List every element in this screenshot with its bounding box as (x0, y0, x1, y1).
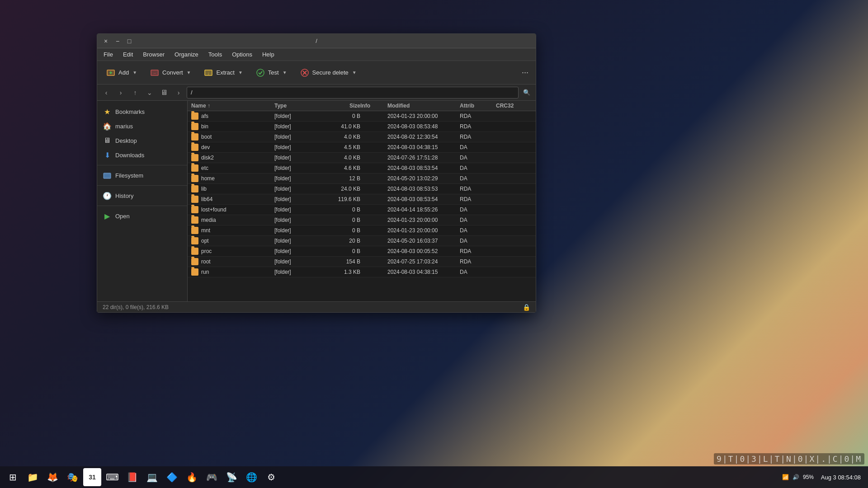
minimize-button[interactable]: − (113, 36, 123, 46)
table-row[interactable]: lib [folder] 24.0 KB 2024-08-03 08:53:53… (188, 184, 536, 194)
sidebar-label-home: marius (115, 123, 133, 130)
table-row[interactable]: dev [folder] 4.5 KB 2024-08-03 04:38:15 … (188, 142, 536, 153)
file-size: 41.0 KB (320, 123, 360, 130)
sidebar-label-filesystem: Filesystem (115, 172, 143, 179)
file-type: [folder] (274, 227, 320, 234)
table-row[interactable]: boot [folder] 4.0 KB 2024-08-02 12:30:54… (188, 132, 536, 142)
table-row[interactable]: mnt [folder] 0 B 2024-01-23 20:00:00 DA (188, 225, 536, 236)
file-attrib: RDA (460, 134, 496, 140)
taskbar-app2[interactable]: 🔥 (183, 468, 201, 486)
file-name: disk2 (201, 155, 214, 161)
sidebar-item-downloads[interactable]: ⬇ Downloads (97, 148, 187, 162)
table-row[interactable]: afs [folder] 0 B 2024-01-23 20:00:00 RDA (188, 111, 536, 122)
file-name-cell: opt (191, 237, 274, 244)
sidebar-item-home[interactable]: 🏠 marius (97, 119, 187, 133)
table-row[interactable]: media [folder] 0 B 2024-01-23 20:00:00 D… (188, 215, 536, 225)
desktop-icon: 🖥 (103, 136, 112, 145)
taskbar-virtualbox[interactable]: 💻 (143, 468, 161, 486)
taskbar-rednotebook[interactable]: 📕 (123, 468, 141, 486)
taskbar-firefox[interactable]: 🦊 (43, 468, 61, 486)
back-button[interactable]: ‹ (100, 86, 113, 99)
sidebar-item-open[interactable]: ▶ Open (97, 209, 187, 223)
file-name: home (201, 175, 215, 182)
file-name-cell: mnt (191, 227, 274, 234)
watermark: 9|T|0|3|L|T|N|0|X|.|C|0|M (714, 453, 864, 465)
menu-organize[interactable]: Organize (170, 50, 203, 59)
menu-edit[interactable]: Edit (118, 50, 137, 59)
table-row[interactable]: lib64 [folder] 119.6 KB 2024-08-03 08:53… (188, 194, 536, 205)
convert-dropdown-arrow[interactable]: ▼ (186, 70, 192, 75)
taskbar-settings[interactable]: ⚙ (262, 468, 280, 486)
extract-button[interactable]: ↓ Extract ▼ (198, 65, 248, 80)
file-name: etc (201, 165, 208, 171)
taskbar-calendar[interactable]: 31 (83, 468, 101, 486)
extract-label: Extract (216, 69, 234, 76)
add-dropdown-arrow[interactable]: ▼ (132, 70, 138, 75)
table-row[interactable]: disk2 [folder] 4.0 KB 2024-07-26 17:51:2… (188, 153, 536, 163)
file-type: [folder] (274, 186, 320, 192)
sidebar-item-filesystem[interactable]: Filesystem (97, 168, 187, 183)
table-row[interactable]: opt [folder] 20 B 2024-05-20 16:03:37 DA (188, 236, 536, 246)
address-input[interactable] (187, 87, 519, 99)
menu-file[interactable]: File (99, 50, 118, 59)
taskbar-app1[interactable]: 🔷 (163, 468, 181, 486)
taskbar-audio[interactable]: 🎭 (63, 468, 81, 486)
sidebar-item-bookmarks[interactable]: ★ Bookmarks (97, 104, 187, 119)
sidebar-item-history[interactable]: 🕐 History (97, 188, 187, 203)
folder-icon (191, 144, 198, 151)
volume-icon: 🔊 (793, 474, 799, 480)
table-row[interactable]: lost+found [folder] 0 B 2024-04-14 18:55… (188, 205, 536, 215)
sidebar-item-desktop[interactable]: 🖥 Desktop (97, 133, 187, 148)
secure-delete-dropdown-arrow[interactable]: ▼ (351, 70, 358, 75)
file-name: root (201, 258, 211, 265)
menu-tools[interactable]: Tools (204, 50, 226, 59)
forward-button[interactable]: › (114, 86, 127, 99)
downloads-icon: ⬇ (103, 150, 112, 160)
file-type: [folder] (274, 155, 320, 161)
file-name: proc (201, 248, 212, 254)
add-button[interactable]: Add ▼ (101, 65, 143, 80)
test-button[interactable]: Test ▼ (250, 65, 293, 80)
file-type: [folder] (274, 165, 320, 171)
col-size[interactable]: Size (320, 103, 360, 109)
taskbar-grid-menu[interactable]: ⊞ (4, 468, 22, 486)
svg-point-10 (257, 69, 264, 76)
taskbar-files[interactable]: 📁 (24, 468, 42, 486)
add-icon (106, 68, 116, 78)
close-button[interactable]: × (101, 36, 111, 46)
table-row[interactable]: root [folder] 154 B 2024-07-25 17:03:24 … (188, 257, 536, 267)
file-name-cell: lib (191, 185, 274, 192)
menu-browser[interactable]: Browser (138, 50, 169, 59)
folder-icon (191, 123, 198, 130)
table-row[interactable]: home [folder] 12 B 2024-05-20 13:02:29 D… (188, 174, 536, 184)
col-modified[interactable]: Modified (387, 103, 460, 109)
taskbar-browser[interactable]: 🌐 (242, 468, 260, 486)
table-row[interactable]: proc [folder] 0 B 2024-08-03 00:05:52 RD… (188, 246, 536, 257)
statusbar: 22 dir(s), 0 file(s), 216.6 KB 🔒 (97, 301, 536, 312)
col-type[interactable]: Type (274, 103, 320, 109)
folder-icon (191, 216, 198, 224)
location-dropdown-button[interactable]: ⌄ (143, 86, 156, 99)
taskbar-steam[interactable]: 🎮 (203, 468, 221, 486)
col-attrib: Attrib (460, 103, 496, 109)
extract-dropdown-arrow[interactable]: ▼ (237, 70, 244, 75)
taskbar-filezilla[interactable]: 📡 (222, 468, 241, 486)
table-row[interactable]: run [folder] 1.3 KB 2024-08-03 04:38:15 … (188, 267, 536, 277)
file-name: opt (201, 238, 209, 244)
test-dropdown-arrow[interactable]: ▼ (282, 70, 288, 75)
table-row[interactable]: bin [folder] 41.0 KB 2024-08-03 08:53:48… (188, 122, 536, 132)
search-button[interactable]: 🔍 (520, 86, 533, 99)
sidebar-divider-3 (97, 206, 187, 206)
up-button[interactable]: ↑ (129, 86, 142, 99)
taskbar-terminal[interactable]: ⌨ (103, 468, 121, 486)
menu-help[interactable]: Help (258, 50, 279, 59)
menu-options[interactable]: Options (227, 50, 257, 59)
file-size: 12 B (320, 175, 360, 182)
convert-button[interactable]: ↔ Convert ▼ (145, 65, 197, 80)
col-name[interactable]: Name ↑ (191, 103, 274, 109)
secure-delete-button[interactable]: Secure delete ▼ (295, 65, 363, 80)
maximize-button[interactable]: □ (124, 36, 134, 46)
table-row[interactable]: etc [folder] 4.6 KB 2024-08-03 08:53:54 … (188, 163, 536, 174)
sidebar-divider-2 (97, 185, 187, 186)
more-options-button[interactable]: ··· (518, 68, 532, 77)
